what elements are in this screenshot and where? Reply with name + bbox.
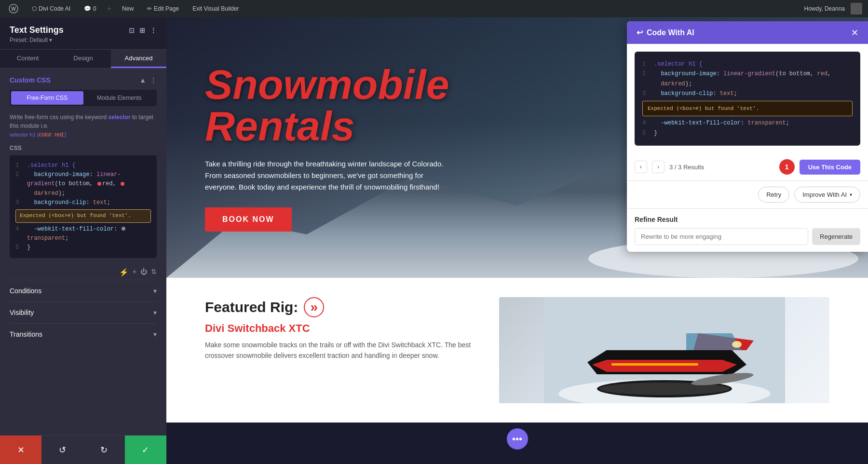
ai-code-line-1: 1 .selector h1 { [642,59,853,69]
divi-code-ai-btn[interactable]: ⬡ Divi Code AI [29,3,73,14]
tab-advanced[interactable]: Advanced [111,50,166,68]
cancel-button[interactable]: ✕ [0,436,41,464]
code-line-4: 4 -webkit-text-fill-color: transparent; [15,225,151,243]
sep1: + [107,4,111,13]
collapse-icon[interactable]: ▲ [139,76,146,84]
ai-panel-title-text: Code With AI [647,28,694,37]
comments-btn[interactable]: 💬 0 [81,3,99,14]
sidebar: Text Settings ⊡ ⊞ ⋮ Preset: Default ▾ Co… [0,17,166,464]
ai-next-button[interactable]: › [652,161,665,173]
transitions-section[interactable]: Transitions ▾ [10,323,157,345]
conditions-title: Conditions [10,287,41,295]
ai-panel-close-button[interactable]: ✕ [851,28,858,37]
redo-icon: ↻ [100,445,108,455]
admin-bar: W ⬡ Divi Code AI 💬 0 + New ✏ Edit Page E… [0,0,868,17]
save-icon: ✓ [142,445,149,455]
featured-image [499,297,829,403]
wp-logo-btn[interactable]: W [6,2,21,15]
exit-visual-builder-btn[interactable]: Exit Visual Builder [190,3,242,14]
sidebar-content: Custom CSS ▲ ⋮ Free-Form CSS Module Elem… [0,68,166,435]
custom-css-title: Custom CSS [10,76,51,84]
info-text: Write free-form css using the keyword se… [10,113,157,139]
ai-panel: ↩ Code With AI ✕ 1 .selector h1 { 2 back… [627,21,868,252]
css-tab-freeform[interactable]: Free-Form CSS [11,91,83,105]
featured-label: Featured Rig: » [205,297,480,317]
css-code-editor[interactable]: 1 .selector h1 { 2 background-image: lin… [10,155,157,258]
tab-design[interactable]: Design [55,50,111,68]
book-now-button[interactable]: BOOK NOW [205,207,292,232]
code-line-3: 3 background-clip: text; [15,198,151,207]
columns-icon[interactable]: ⊞ [139,27,145,34]
regenerate-button[interactable]: Regenerate [812,228,860,245]
code-example: selector h1 { [10,132,39,137]
css-tabs: Free-Form CSS Module Elements [10,90,157,106]
improve-with-ai-button[interactable]: Improve With AI ▾ [794,187,860,203]
ai-tool-icon[interactable]: ⚡ [119,268,129,277]
divi-icon: ⬡ [32,5,37,12]
sidebar-footer: ✕ ↺ ↻ ✓ [0,435,166,464]
css-error-message: Expected (<box>#) but found 'text'. [15,209,151,223]
ai-code-line-2: 2 background-image: linear-gradient(to b… [642,69,853,79]
redo-button[interactable]: ↻ [83,436,125,464]
css-label: CSS [10,145,157,151]
code-line-5: 5 } [15,243,151,252]
conditions-chevron-icon: ▾ [153,287,157,295]
code-line-2b: darkred); [15,189,151,198]
sort-tool-icon[interactable]: ⇅ [151,268,157,277]
ai-code-line-4: 4 -webkit-text-fill-color: transparent; [642,118,853,128]
code-line-1: 1 .selector h1 { [15,161,151,170]
css-tab-elements[interactable]: Module Elements [83,91,156,105]
admin-bar-right: Howdy, Deanna [804,3,863,14]
undo-icon: ↺ [59,445,66,455]
double-chevron-icon: » [304,297,324,317]
svg-rect-15 [611,363,698,366]
transitions-title: Transitions [10,330,42,338]
sidebar-header: Text Settings ⊡ ⊞ ⋮ Preset: Default ▾ [0,17,166,50]
edit-page-btn[interactable]: ✏ Edit Page [144,3,182,14]
ai-code-area: 1 .selector h1 { 2 background-image: lin… [635,52,860,146]
keyword-selector: selector [108,114,132,121]
sidebar-tabs: Content Design Advanced [0,50,166,68]
save-button[interactable]: ✓ [125,436,166,464]
fab-button[interactable]: ••• [507,428,528,450]
featured-product-name: Divi Switchback XTC [205,322,480,335]
comment-icon: 💬 [84,5,91,12]
screen-icon[interactable]: ⊡ [129,27,135,34]
preset-label: Preset: Default [10,37,48,43]
power-tool-icon[interactable]: ⏻ [140,268,147,277]
ai-refine-section: Refine Result Regenerate [627,209,868,252]
visibility-section[interactable]: Visibility ▾ [10,301,157,323]
howdy-label: Howdy, Deanna [804,5,845,12]
visibility-chevron-icon: ▾ [153,309,157,316]
options-icon[interactable]: ⋮ [150,76,157,84]
more-icon[interactable]: ⋮ [150,27,157,34]
code-toolbar: ⚡ + ⏻ ⇅ [10,265,157,280]
ai-prev-button[interactable]: ‹ [635,161,647,173]
add-tool-icon[interactable]: + [133,268,136,277]
ai-code-line-5: 5 } [642,128,853,138]
retry-button[interactable]: Retry [758,187,789,203]
hero-title: SnowmobileRentals [205,64,456,147]
fab-dots-icon: ••• [512,434,522,445]
featured-snowmobile-svg [544,297,785,403]
hero-content: SnowmobileRentals Take a thrilling ride … [166,35,494,260]
ai-results-info: 3 / 3 Results [669,164,704,171]
ai-badge: 1 [779,159,795,175]
featured-section: Featured Rig: » Divi Switchback XTC Make… [166,278,868,423]
ai-panel-header: ↩ Code With AI ✕ [627,21,868,44]
svg-point-16 [732,341,742,348]
svg-text:W: W [11,6,16,12]
undo-button[interactable]: ↺ [41,436,83,464]
featured-text: Featured Rig: » Divi Switchback XTC Make… [205,297,480,361]
svg-marker-14 [686,333,742,350]
featured-description: Make some snowmobile tracks on the trail… [205,340,480,361]
custom-css-header: Custom CSS ▲ ⋮ [10,76,157,84]
ai-code-line-2b: darkred); [642,79,853,89]
user-avatar[interactable] [851,3,862,14]
visibility-title: Visibility [10,309,34,316]
new-btn[interactable]: New [119,3,136,14]
use-this-code-button[interactable]: Use This Code [800,160,860,175]
conditions-section[interactable]: Conditions ▾ [10,280,157,301]
tab-content[interactable]: Content [0,50,55,68]
refine-input[interactable] [635,228,808,245]
